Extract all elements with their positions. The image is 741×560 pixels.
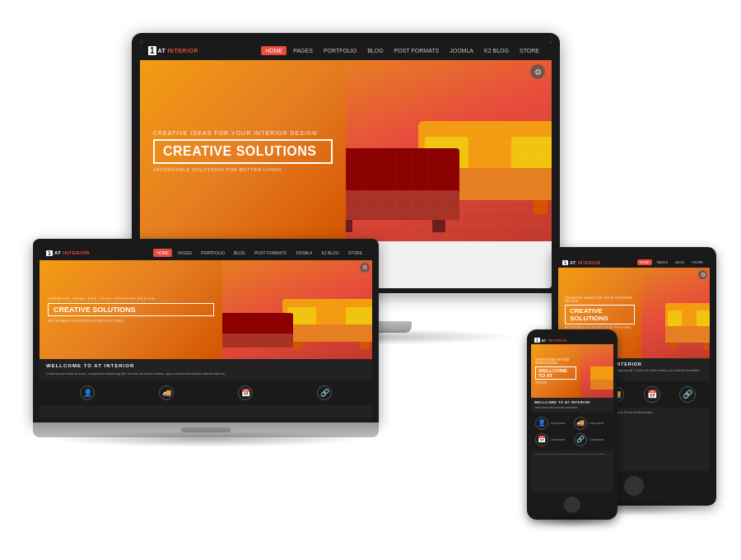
laptop-hero: CREATIVE IDEAS FOR YOUR INTERIOR DESIGN …: [40, 260, 372, 359]
laptop-icon-user: 👤: [80, 385, 95, 400]
nav-postformats[interactable]: POST FORMATS: [390, 46, 444, 55]
phone-cal-label: Lorem ipsum: [551, 438, 565, 441]
phone-welcome-text: Lorem ipsum dolor sit amet consectetur.: [534, 406, 610, 410]
phone-extra: Lorem ipsum dolor sit amet consectetur a…: [531, 450, 613, 459]
truck-icon: 🚚: [159, 385, 174, 400]
phone-link-icon: 🔗: [574, 433, 587, 446]
phone-screen: 1 AT INTERIOR CREATIVE IDEAS FOR YOUR IN…: [531, 336, 613, 492]
laptop-logo-interior: INTERIOR: [63, 250, 90, 255]
phone-icons-grid: 👤 Lorem ipsum 🚚 Lorem ipsum 📅 Lorem ipsu…: [531, 413, 613, 450]
phone-logo-interior: INTERIOR: [548, 338, 567, 343]
phone-user-icon: 👤: [535, 417, 548, 430]
laptop-icon-truck: 🚚: [159, 385, 174, 400]
phone-extra-text: Lorem ipsum dolor sit amet consectetur a…: [534, 453, 610, 456]
phone-grid-link: 🔗 Lorem ipsum: [574, 433, 609, 446]
tablet-logo-interior: INTERIOR: [578, 260, 601, 265]
tablet-logo-at: AT: [570, 260, 576, 265]
red-couch: [346, 142, 459, 232]
nav-k2blog[interactable]: K2 BLOG: [480, 46, 513, 55]
laptop-navbar: 1 AT INTERIOR HOME PAGES PORTFOLIO BLOG …: [40, 245, 372, 260]
laptop-nav-joomla[interactable]: JOOMLA: [292, 249, 316, 257]
laptop-hero-tagline: AFFORDABLE SOLUTIONS FOR BETTER LIVING: [48, 319, 214, 323]
tablet-icon-cal-wrap: 📅: [644, 386, 660, 403]
logo-box: 1: [148, 46, 156, 55]
tablet-gear-icon[interactable]: ⚙: [698, 270, 707, 279]
tablet-nav-store[interactable]: STORE: [689, 259, 706, 265]
laptop-nav-store[interactable]: STORE: [345, 249, 366, 257]
phone-grid-truck: 🚚 Lorem ipsum: [574, 417, 609, 430]
tablet-logo-box: 1: [562, 260, 568, 265]
logo-text-interior: INTERIOR: [167, 48, 198, 54]
laptop-nav-pages[interactable]: PAGES: [175, 249, 195, 257]
laptop-welcome-text: Lorem ipsum dolor sit amet, consectetur …: [46, 371, 366, 376]
tablet-hero-title: CREATIVE SOLUTIONS: [565, 305, 635, 324]
laptop-welcome-title: WELLCOME TO AT INTERIOR: [46, 363, 366, 368]
monitor-navbar: 1 AT INTERIOR HOME PAGES PORTFOLIO BLOG …: [140, 41, 552, 60]
monitor-hero: CREATIVE IDEAS FOR YOUR INTERIOR DESIGN …: [140, 60, 552, 241]
laptop-hero-title: CREATIVE SOLUTIONS: [48, 303, 214, 316]
phone-hero-subtitle: CREATIVE IDEAS FOR YOUR INTERIOR DESIGN: [535, 358, 576, 365]
phone-truck-icon: 🚚: [574, 417, 587, 430]
laptop-shadow: [50, 431, 361, 447]
phone-logo-at: AT: [542, 338, 547, 343]
phone-calendar-icon: 📅: [535, 433, 548, 446]
link-icon: 🔗: [317, 385, 332, 400]
nav-home[interactable]: HOME: [261, 46, 287, 55]
tablet-logo: 1 AT INTERIOR: [562, 260, 601, 265]
phone-hero-tagline: INTERIOR: [535, 381, 576, 385]
phone-hero: CREATIVE IDEAS FOR YOUR INTERIOR DESIGN …: [531, 344, 613, 398]
laptop-nav-k2blog[interactable]: K2 BLOG: [318, 249, 342, 257]
monitor-nav-links: HOME PAGES PORTFOLIO BLOG POST FORMATS J…: [261, 46, 543, 55]
hero-title: CREATIVE SOLUTIONS: [153, 139, 333, 164]
tablet-icon-link-wrap: 🔗: [679, 386, 696, 403]
phone-link-label: Lorem ipsum: [590, 438, 604, 441]
nav-store[interactable]: STORE: [515, 46, 543, 55]
laptop-logo-box: 1: [46, 250, 53, 256]
phone-navbar: 1 AT INTERIOR: [531, 336, 613, 344]
laptop-nav-home[interactable]: HOME: [153, 249, 172, 257]
tablet-hero-subtitle: CREATIVE IDEAS FOR YOUR INTERIOR DESIGN: [565, 296, 635, 303]
laptop-nav-blog[interactable]: BLOG: [231, 249, 249, 257]
laptop: 1 AT INTERIOR HOME PAGES PORTFOLIO BLOG …: [33, 239, 379, 437]
tablet-link-icon: 🔗: [679, 386, 696, 403]
tablet-nav-links: HOME PAGES BLOG STORE: [637, 259, 706, 265]
calendar-icon: 📅: [238, 385, 253, 400]
tablet-home-button[interactable]: [624, 476, 644, 496]
user-icon: 👤: [80, 385, 95, 400]
phone-shadow: [532, 511, 613, 528]
logo-text-at: AT: [158, 48, 166, 54]
nav-portfolio[interactable]: PORTFOLIO: [319, 46, 361, 55]
phone-grid-cal: 📅 Lorem ipsum: [535, 433, 571, 446]
tablet-nav-blog[interactable]: BLOG: [673, 259, 687, 265]
tablet-navbar: 1 AT INTERIOR HOME PAGES BLOG STORE: [558, 257, 710, 268]
phone-user-label: Lorem ipsum: [551, 422, 565, 425]
laptop-screen: 1 AT INTERIOR HOME PAGES PORTFOLIO BLOG …: [40, 245, 372, 418]
phone: 1 AT INTERIOR CREATIVE IDEAS FOR YOUR IN…: [527, 329, 618, 520]
phone-home-button[interactable]: [564, 497, 580, 513]
laptop-welcome: WELLCOME TO AT INTERIOR Lorem ipsum dolo…: [40, 359, 372, 380]
laptop-nav-links: HOME PAGES PORTFOLIO BLOG POST FORMATS J…: [153, 249, 366, 257]
scene: 1 AT INTERIOR HOME PAGES PORTFOLIO BLOG …: [16, 16, 725, 544]
hero-subtitle: CREATIVE IDEAS FOR YOUR INTERIOR DESIGN: [153, 130, 333, 136]
nav-pages[interactable]: PAGES: [289, 46, 317, 55]
phone-hero-title: WELLCOME TO AT: [535, 366, 576, 380]
tablet-nav-home[interactable]: HOME: [637, 259, 652, 265]
laptop-gear-icon[interactable]: ⚙: [360, 263, 370, 273]
laptop-nav-postformats[interactable]: POST FORMATS: [251, 249, 290, 257]
laptop-logo-at: AT: [54, 250, 62, 255]
nav-joomla[interactable]: JOOMLA: [445, 46, 478, 55]
tablet-nav-pages[interactable]: PAGES: [655, 259, 671, 265]
laptop-icon-calendar: 📅: [238, 385, 253, 400]
phone-logo-box: 1: [534, 338, 540, 343]
laptop-hero-subtitle: CREATIVE IDEAS FOR YOUR INTERIOR DESIGN: [48, 296, 214, 301]
laptop-nav-portfolio[interactable]: PORTFOLIO: [198, 249, 228, 257]
monitor-website: 1 AT INTERIOR HOME PAGES PORTFOLIO BLOG …: [140, 41, 552, 241]
nav-blog[interactable]: BLOG: [363, 46, 387, 55]
monitor-gear-icon[interactable]: ⚙: [530, 64, 545, 79]
phone-frame: 1 AT INTERIOR CREATIVE IDEAS FOR YOUR IN…: [527, 329, 618, 520]
phone-welcome-title: WELLCOME TO AT INTERIOR: [534, 400, 610, 404]
phone-welcome: WELLCOME TO AT INTERIOR Lorem ipsum dolo…: [531, 398, 613, 413]
hero-tagline: AFFORDABLE SOLUTIONS FOR BETTER LIVING: [153, 167, 333, 172]
phone-truck-label: Lorem ipsum: [590, 422, 604, 425]
monitor-logo: 1 AT INTERIOR: [148, 46, 198, 55]
